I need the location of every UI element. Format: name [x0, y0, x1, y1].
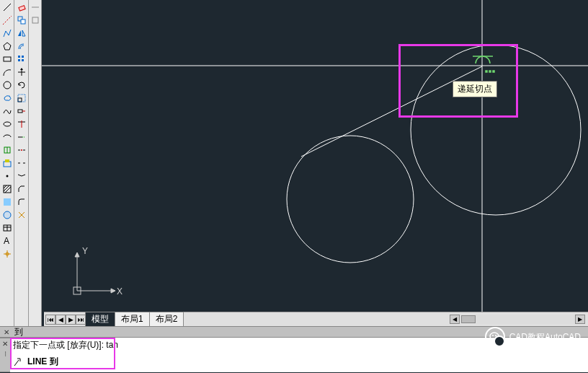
ellipse-arc-icon[interactable] — [1, 131, 13, 143]
svg-rect-15 — [4, 198, 11, 206]
svg-line-46 — [18, 175, 22, 176]
rectangle-icon[interactable] — [1, 53, 13, 65]
tab-last-button[interactable]: ⏭ — [76, 315, 86, 325]
svg-rect-35 — [18, 110, 22, 113]
command-close-icon[interactable]: ✕ — [1, 327, 12, 337]
rotate-icon[interactable] — [16, 79, 27, 91]
hatch-icon[interactable] — [1, 183, 13, 195]
make-block-icon[interactable] — [1, 157, 13, 169]
svg-line-14 — [5, 187, 11, 193]
svg-rect-57 — [489, 71, 491, 72]
command-side-close-icon[interactable]: ✕ — [0, 338, 10, 348]
move-icon[interactable] — [16, 66, 27, 78]
explode-icon[interactable] — [16, 209, 27, 221]
watermark: CAD教程AutoCAD — [485, 327, 581, 347]
svg-rect-26 — [21, 19, 25, 24]
horizontal-scrollbar[interactable]: ◀ ▶ — [460, 315, 575, 324]
tab-nav: ⏮ ◀ ▶ ⏭ — [45, 315, 86, 325]
drawing-canvas[interactable]: Y X 递延切点 — [42, 0, 588, 312]
arc-icon[interactable] — [1, 66, 13, 78]
revision-cloud-icon[interactable] — [1, 92, 13, 104]
axis-x-label: X — [117, 286, 122, 297]
svg-line-1 — [3, 16, 12, 25]
break-icon[interactable] — [16, 157, 27, 169]
command-strip-text: 到 — [14, 326, 23, 338]
ellipse-icon[interactable] — [1, 118, 13, 130]
stretch-icon[interactable] — [16, 105, 27, 117]
svg-rect-28 — [22, 56, 24, 58]
construction-line-icon[interactable] — [1, 14, 13, 26]
svg-rect-56 — [486, 71, 487, 72]
svg-rect-29 — [18, 59, 20, 61]
svg-rect-27 — [18, 56, 20, 58]
svg-line-0 — [4, 4, 11, 11]
toolbar-col-3 — [29, 0, 42, 328]
axis-y-label: Y — [82, 246, 88, 256]
tool-3a-icon[interactable] — [30, 1, 41, 13]
break-at-point-icon[interactable] — [16, 144, 27, 156]
tab-layout2[interactable]: 布局2 — [149, 312, 184, 327]
svg-point-63 — [490, 333, 499, 340]
tab-first-button[interactable]: ⏮ — [45, 315, 55, 325]
wechat-icon — [485, 327, 505, 347]
svg-point-16 — [4, 211, 11, 219]
line-icon[interactable] — [1, 1, 13, 13]
svg-point-64 — [492, 335, 494, 336]
svg-point-43 — [21, 149, 22, 151]
svg-point-53 — [411, 45, 581, 215]
region-icon[interactable] — [1, 209, 13, 221]
svg-rect-58 — [493, 71, 494, 72]
svg-rect-24 — [18, 6, 24, 11]
scroll-left-button[interactable]: ◀ — [450, 315, 460, 324]
command-input-line[interactable]: LINE 到 — [10, 353, 588, 371]
gradient-icon[interactable] — [1, 196, 13, 208]
copy-icon[interactable] — [16, 14, 27, 26]
spline-icon[interactable] — [1, 105, 13, 117]
point-icon[interactable] — [1, 170, 13, 182]
extend-icon[interactable] — [16, 131, 27, 143]
layout-tabs-bar: ⏮ ◀ ▶ ⏭ 模型 布局1 布局2 ◀ ▶ — [44, 312, 588, 326]
svg-rect-49 — [32, 17, 38, 23]
svg-text:A: A — [4, 236, 9, 246]
scrollbar-thumb[interactable] — [461, 315, 476, 323]
tab-layout1[interactable]: 布局1 — [115, 312, 150, 327]
draw-toolbar: A — [0, 0, 14, 328]
svg-point-4 — [4, 82, 11, 89]
command-side-strip: ✕ ⁝ — [0, 338, 10, 372]
svg-line-62 — [14, 360, 19, 366]
tool-3b-icon[interactable] — [30, 14, 41, 26]
command-prompt: LINE 到 — [27, 356, 58, 368]
scroll-right-button[interactable]: ▶ — [575, 315, 585, 324]
command-side-grip-icon[interactable]: ⁝ — [0, 348, 10, 359]
svg-marker-2 — [4, 43, 11, 50]
trim-icon[interactable] — [16, 118, 27, 130]
tab-next-button[interactable]: ▶ — [66, 315, 76, 325]
join-icon[interactable] — [16, 170, 27, 182]
svg-point-52 — [287, 136, 414, 263]
svg-point-5 — [4, 122, 11, 126]
svg-rect-3 — [4, 57, 11, 61]
scale-icon[interactable] — [16, 92, 27, 104]
polygon-icon[interactable] — [1, 40, 13, 52]
fillet-icon[interactable] — [16, 196, 27, 208]
array-icon[interactable] — [16, 53, 27, 65]
svg-line-13 — [4, 185, 9, 191]
svg-rect-9 — [5, 159, 9, 162]
svg-point-10 — [6, 175, 8, 177]
erase-icon[interactable] — [16, 1, 27, 13]
tab-prev-button[interactable]: ◀ — [55, 315, 66, 325]
svg-rect-30 — [22, 59, 24, 61]
polyline-icon[interactable] — [1, 27, 13, 39]
mirror-icon[interactable] — [16, 27, 27, 39]
addpoint-icon[interactable] — [1, 248, 13, 260]
left-toolbars: A — [0, 0, 42, 328]
tab-model[interactable]: 模型 — [85, 312, 115, 327]
circle-icon[interactable] — [1, 79, 13, 91]
svg-line-54 — [301, 66, 482, 157]
chamfer-icon[interactable] — [16, 183, 27, 195]
insert-block-icon[interactable] — [1, 144, 13, 156]
ucs-icon — [74, 253, 115, 294]
mtext-icon[interactable]: A — [1, 235, 13, 247]
table-icon[interactable] — [1, 222, 13, 234]
offset-icon[interactable] — [16, 40, 27, 52]
